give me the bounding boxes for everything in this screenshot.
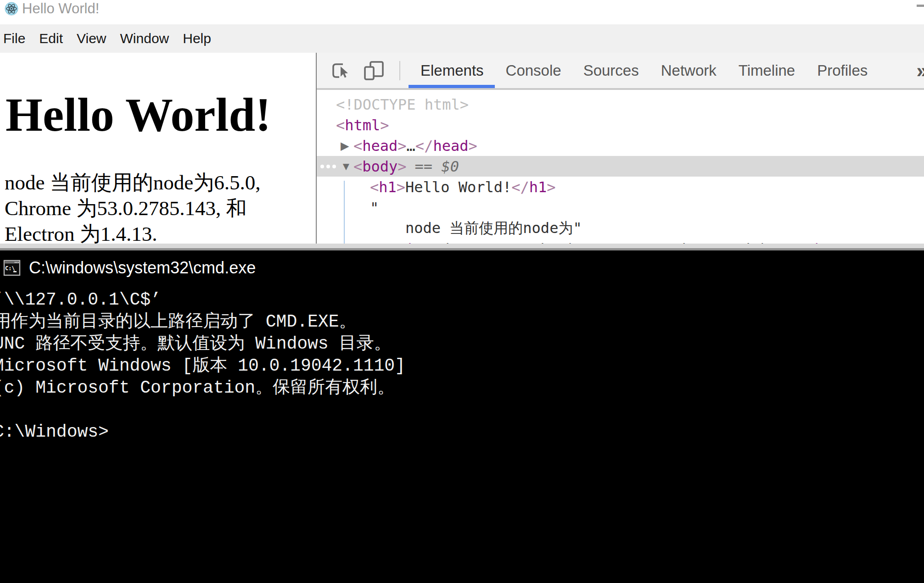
toolbar-separator [399, 61, 400, 80]
tabs-overflow-icon[interactable]: » [917, 59, 924, 82]
window-title: Hello World! [22, 1, 99, 17]
bracket: < [370, 178, 379, 196]
cmd-window: C:\ C:\windows\system32\cmd.exe ’\\127.0… [0, 244, 924, 583]
bracket: > [380, 117, 389, 134]
tab-network[interactable]: Network [661, 53, 717, 88]
tab-profiles[interactable]: Profiles [817, 53, 868, 88]
cmd-titlebar[interactable]: C:\ C:\windows\system32\cmd.exe [0, 250, 924, 285]
tag-name: h1 [379, 178, 397, 196]
tag-name: h1 [529, 178, 547, 196]
tab-elements[interactable]: Elements [420, 53, 484, 88]
menu-window[interactable]: Window [120, 31, 169, 46]
tag-name: head [433, 137, 468, 155]
text-node-content: node 当前使用的node为" [405, 218, 582, 239]
collapse-arrow-icon[interactable]: ▼ [341, 160, 353, 173]
text-node-quote: " [370, 199, 379, 217]
devtools-tabs: Elements Console Sources Network Timelin… [420, 53, 868, 88]
minimize-button[interactable] [917, 5, 924, 7]
bracket: > [468, 137, 477, 155]
elements-tree: <!DOCTYPE html> <html> ▶<head>…</head> ▼… [317, 90, 924, 250]
terminal-line: 用作为当前目录的以上路径启动了 CMD.EXE。 [0, 311, 924, 333]
terminal-line [0, 399, 924, 421]
menu-file[interactable]: File [3, 31, 25, 46]
device-toolbar-button[interactable] [363, 60, 385, 82]
bracket: > [547, 178, 555, 196]
inspect-cursor-icon [330, 61, 350, 81]
bracket: > [397, 178, 405, 196]
tree-row-h1[interactable]: <h1>Hello World!</h1> [317, 177, 924, 197]
tree-row-doctype[interactable]: <!DOCTYPE html> [317, 94, 924, 115]
svg-text:C:\: C:\ [5, 265, 15, 272]
page-heading: Hello World! [0, 53, 316, 139]
tree-row-textnode-quote[interactable]: " [317, 197, 924, 218]
tree-row-textnode[interactable]: node 当前使用的node为" [317, 218, 924, 239]
terminal-line: Microsoft Windows [版本 10.0.19042.1110] [0, 355, 924, 377]
tab-timeline[interactable]: Timeline [739, 53, 795, 88]
collapsed-ellipsis: … [407, 137, 415, 155]
tree-row-html[interactable]: <html> [317, 115, 924, 135]
terminal-line: ’\\127.0.0.1\C$’ [0, 289, 924, 311]
menubar: File Edit View Window Help [0, 24, 924, 53]
tag-name: html [345, 117, 380, 134]
cmd-window-body: C:\ C:\windows\system32\cmd.exe ’\\127.0… [0, 250, 924, 583]
menu-edit[interactable]: Edit [39, 31, 63, 46]
tag-name: head [362, 137, 398, 155]
electron-logo-icon [5, 2, 18, 16]
page-paragraph: node 当前使用的node为6.5.0, Chrome 为53.0.2785.… [5, 170, 303, 247]
console-reference: == $0 [415, 158, 459, 175]
bracket: < [336, 117, 345, 134]
bracket: </ [511, 178, 529, 196]
tab-console[interactable]: Console [506, 53, 561, 88]
tab-sources[interactable]: Sources [583, 53, 639, 88]
cmd-window-border-light [0, 244, 924, 248]
menu-view[interactable]: View [77, 31, 106, 46]
expand-arrow-icon[interactable]: ▶ [341, 139, 353, 152]
terminal-line: (c) Microsoft Corporation。保留所有权利。 [0, 377, 924, 399]
element-text: Hello World! [405, 178, 511, 196]
devtools-toolbar: Elements Console Sources Network Timelin… [317, 53, 924, 90]
doctype-text: <!DOCTYPE html> [336, 96, 469, 113]
menu-help[interactable]: Help [183, 31, 211, 46]
bracket: < [353, 158, 362, 175]
window-titlebar: Hello World! [0, 0, 924, 24]
terminal-line: UNC 路径不受支持。默认值设为 Windows 目录。 [0, 333, 924, 355]
bracket: < [353, 137, 362, 155]
cmd-window-title: C:\windows\system32\cmd.exe [29, 258, 256, 278]
devtools-panel: Elements Console Sources Network Timelin… [317, 53, 924, 250]
bracket: > [398, 158, 406, 175]
node-menu-dots-icon[interactable] [320, 165, 336, 168]
inspect-element-button[interactable] [329, 60, 351, 82]
tree-row-body-selected[interactable]: ▼<body>== $0 [317, 156, 924, 177]
cmd-app-icon: C:\ [3, 258, 21, 278]
terminal-prompt-line[interactable]: C:\Windows> [0, 421, 924, 443]
tree-row-head[interactable]: ▶<head>…</head> [317, 135, 924, 156]
bracket: </ [415, 137, 433, 155]
screen: Hello World! File Edit View Window Help … [0, 0, 924, 583]
terminal-output[interactable]: ’\\127.0.0.1\C$’ 用作为当前目录的以上路径启动了 CMD.EXE… [0, 289, 924, 443]
bracket: > [398, 137, 406, 155]
page-content-pane: Hello World! node 当前使用的node为6.5.0, Chrom… [0, 53, 316, 250]
tag-name: body [362, 158, 398, 175]
device-toolbar-icon [363, 60, 385, 81]
